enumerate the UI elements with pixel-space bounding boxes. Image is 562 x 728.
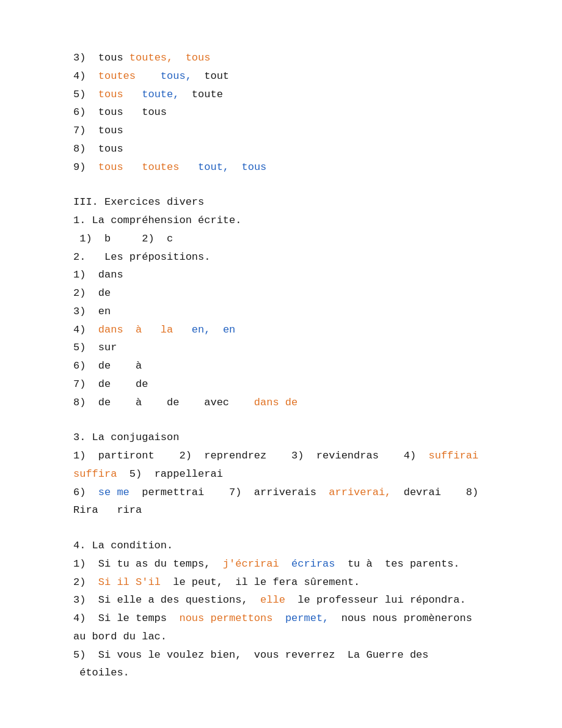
text-part: Rira rira: [73, 504, 142, 516]
text-part: 1) b 2) c: [73, 233, 173, 245]
line: 4. La condition.: [73, 537, 489, 555]
text-part: toute,: [142, 89, 179, 100]
text-part: suffirai: [429, 450, 479, 461]
line: 7) de de: [73, 375, 489, 394]
text-part: 4): [73, 70, 98, 82]
text-part: nous permettons: [179, 612, 272, 624]
text-part: 3) Si elle a des questions,: [73, 594, 260, 606]
text-part: devrai 8): [391, 487, 478, 498]
line: 5) sur: [73, 339, 489, 357]
line: 3) en: [73, 303, 489, 321]
text-part: 2) de: [73, 287, 111, 299]
line: 3) Si elle a des questions, elle le prof…: [73, 591, 489, 609]
text-part: 1) dans: [73, 269, 123, 281]
text-part: [272, 612, 285, 624]
line: 4) toutes tous, tout: [73, 67, 489, 86]
text-part: 9): [73, 161, 98, 173]
text-part: 1) partiront 2) reprendrez 3) reviendras…: [73, 450, 429, 461]
text-part: étoiles.: [73, 667, 130, 678]
text-part: III. Exercices divers: [73, 196, 204, 208]
text-part: [173, 324, 192, 336]
line: 1) dans: [73, 266, 489, 284]
text-part: 5): [73, 89, 98, 100]
section-section-iii: III. Exercices divers1. La compréhension…: [73, 193, 489, 411]
text-part: suffira: [73, 468, 117, 480]
text-part: la: [161, 324, 173, 336]
line: 3) tous toutes, tous: [73, 49, 489, 67]
line: 2) Si il S'il le peut, il le fera sûreme…: [73, 573, 489, 592]
line: suffira 5) rappellerai: [73, 465, 489, 483]
line: 1. La compréhension écrite.: [73, 211, 489, 230]
line: 4) Si le temps nous permettons permet, n…: [73, 609, 489, 628]
text-part: au bord du lac.: [73, 631, 167, 642]
line: au bord du lac.: [73, 628, 489, 646]
text-part: 3. La conjugaison: [73, 432, 179, 443]
section-numbered-list-top: 3) tous toutes, tous4) toutes tous, tout…: [73, 49, 489, 176]
text-part: tous: [229, 161, 266, 173]
line: III. Exercices divers: [73, 193, 489, 211]
line: 8) de à de avec dans de: [73, 394, 489, 412]
section-section-conjugaison: 3. La conjugaison1) partiront 2) reprend…: [73, 428, 489, 520]
text-part: se me: [98, 487, 130, 498]
line: Rira rira: [73, 501, 489, 520]
line: 6) de à: [73, 357, 489, 375]
text-part: 3) en: [73, 306, 111, 317]
text-part: [210, 324, 222, 336]
text-part: 6): [73, 487, 98, 498]
text-part: toute: [179, 89, 222, 100]
line: 7) tous: [73, 122, 489, 140]
line: 1) Si tu as du temps, j'écrirai écriras …: [73, 555, 489, 573]
text-part: tous: [98, 89, 123, 100]
text-part: tous: [186, 52, 211, 64]
text-part: [173, 52, 185, 64]
text-part: 5) sur: [73, 342, 117, 353]
text-part: 1) Si tu as du temps,: [73, 558, 223, 570]
section-section-condition: 4. La condition.1) Si tu as du temps, j'…: [73, 537, 489, 682]
text-part: [142, 324, 161, 336]
text-part: tous: [98, 161, 123, 173]
text-part: permettrai 7) arriverais: [130, 487, 329, 498]
line: 2) de: [73, 284, 489, 303]
text-part: 8) de à de avec: [73, 397, 254, 408]
text-part: 5) Si vous le voulez bien, vous reverrez…: [73, 649, 429, 661]
text-part: écriras: [291, 558, 335, 570]
text-part: 4) Si le temps: [73, 612, 179, 624]
text-part: elle: [260, 594, 285, 606]
line: étoiles.: [73, 664, 489, 682]
line: 1) b 2) c: [73, 230, 489, 248]
text-part: le peut, il le fera sûrement.: [161, 576, 360, 588]
text-part: 7) tous: [73, 125, 123, 136]
text-part: 7) de de: [73, 378, 148, 390]
page-content: 3) tous toutes, tous4) toutes tous, tout…: [73, 49, 489, 682]
text-part: en: [223, 324, 235, 336]
text-part: tout,: [198, 161, 229, 173]
text-part: dans: [98, 324, 123, 336]
text-part: 1. La compréhension écrite.: [73, 215, 241, 226]
text-part: 4): [73, 324, 98, 336]
text-part: [179, 161, 198, 173]
line: 3. La conjugaison: [73, 428, 489, 447]
line: 5) Si vous le voulez bien, vous reverrez…: [73, 646, 489, 664]
line: 5) tous toute, toute: [73, 86, 489, 104]
text-part: [279, 558, 291, 570]
text-part: 4. La condition.: [73, 540, 173, 551]
text-part: en,: [192, 324, 211, 336]
text-part: dans de: [254, 397, 297, 408]
text-part: 2): [73, 576, 98, 588]
text-part: [136, 70, 161, 82]
text-part: j'écrirai: [223, 558, 279, 570]
text-part: 2. Les prépositions.: [73, 251, 210, 263]
text-part: arriverai,: [329, 487, 391, 498]
text-part: [123, 161, 142, 173]
text-part: tout: [192, 70, 229, 82]
text-part: nous nous promènerons: [329, 612, 472, 624]
text-part: [123, 89, 142, 100]
text-part: 5) rappellerai: [117, 468, 222, 480]
text-part: tous,: [161, 70, 192, 82]
line: 2. Les prépositions.: [73, 248, 489, 267]
text-part: Si il S'il: [98, 576, 161, 588]
line: 1) partiront 2) reprendrez 3) reviendras…: [73, 447, 489, 465]
text-part: 8) tous: [73, 143, 123, 155]
text-part: [123, 324, 136, 336]
text-part: toutes: [142, 161, 179, 173]
